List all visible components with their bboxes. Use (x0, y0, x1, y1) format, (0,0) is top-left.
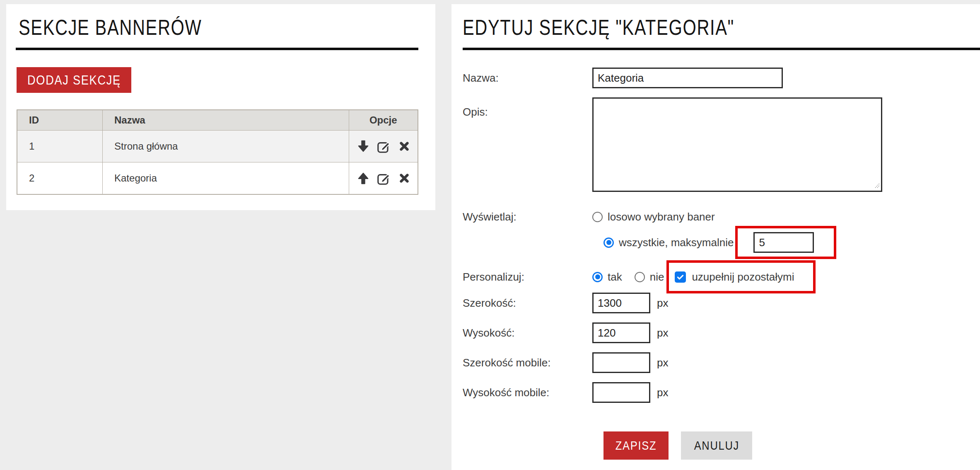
annotation-box-checkbox: uzupełnij pozostałymi (666, 260, 816, 293)
height-input[interactable] (592, 322, 650, 343)
delete-button[interactable] (398, 172, 410, 184)
radio-all-max-label[interactable]: wszystkie, maksymalnie (619, 236, 734, 249)
arrow-up-icon (356, 171, 370, 185)
fill-remaining-label[interactable]: uzupełnij pozostałymi (692, 271, 794, 283)
cancel-button[interactable]: ANULUJ (681, 431, 752, 460)
cancel-button-label: ANULUJ (694, 439, 739, 453)
personalize-label: Personalizuj: (463, 271, 592, 283)
column-header-name: Nazwa (103, 110, 349, 131)
description-field-row: Opis: (463, 97, 882, 195)
max-banners-input[interactable] (753, 232, 814, 253)
width-mobile-label: Szerokość mobile: (463, 356, 592, 369)
checkmark-icon (676, 273, 685, 281)
width-mobile-unit: px (657, 356, 668, 369)
table-header-row: ID Nazwa Opcje (17, 110, 418, 131)
radio-yes-label[interactable]: tak (608, 271, 622, 283)
name-input[interactable] (592, 68, 783, 88)
radio-yes[interactable] (592, 272, 603, 282)
edit-section-panel: EDYTUJ SEKCJĘ "KATEGORIA" Nazwa: Opis: W… (451, 4, 980, 470)
right-title-underline (463, 48, 980, 50)
width-unit: px (657, 297, 668, 310)
radio-no[interactable] (635, 272, 645, 282)
cell-options (349, 131, 418, 162)
width-input[interactable] (592, 293, 650, 313)
height-mobile-unit: px (657, 386, 668, 399)
add-section-button-label: DODAJ SEKCJĘ (27, 73, 121, 88)
column-header-id: ID (17, 110, 103, 131)
radio-random[interactable] (592, 212, 603, 222)
right-panel-title-text: EDYTUJ SEKCJĘ "KATEGORIA" (463, 15, 734, 40)
radio-option-no: nie (635, 271, 664, 283)
edit-icon (376, 170, 392, 186)
width-field-row: Szerokość: px (463, 293, 668, 313)
edit-button[interactable] (376, 138, 392, 154)
page-background: SEKCJE BANNERÓW DODAJ SEKCJĘ ID Nazwa Op… (0, 0, 980, 470)
fill-remaining-checkbox[interactable] (675, 271, 686, 283)
radio-all-max[interactable] (603, 237, 614, 248)
annotation-box-max-input (735, 226, 836, 259)
cell-options (349, 162, 418, 195)
height-mobile-label: Wysokość mobile: (463, 386, 592, 399)
width-label: Szerokość: (463, 297, 592, 310)
add-section-button[interactable]: DODAJ SEKCJĘ (17, 67, 131, 93)
display-field-row: Wyświetlaj: losowo wybrany baner (463, 209, 715, 224)
table-row: 1 Strona główna (17, 131, 418, 162)
move-up-button[interactable] (356, 171, 370, 185)
width-mobile-field-row: Szerokość mobile: px (463, 352, 668, 373)
width-mobile-input[interactable] (592, 352, 650, 373)
radio-random-label[interactable]: losowo wybrany baner (608, 211, 715, 223)
move-down-button[interactable] (356, 139, 370, 153)
delete-button[interactable] (398, 140, 410, 153)
display-label: Wyświetlaj: (463, 211, 592, 223)
height-mobile-input[interactable] (592, 382, 650, 403)
left-panel-title-text: SEKCJE BANNERÓW (19, 15, 202, 40)
description-label: Opis: (463, 97, 592, 119)
x-icon (398, 172, 410, 184)
radio-option-yes: tak (592, 271, 622, 283)
sections-table: ID Nazwa Opcje 1 Strona główna 2 (17, 109, 418, 195)
cell-name: Kategoria (103, 162, 349, 195)
radio-option-random: losowo wybrany baner (592, 211, 715, 223)
left-title-underline (16, 48, 418, 50)
radio-option-all: wszystkie, maksymalnie (603, 236, 734, 249)
height-mobile-field-row: Wysokość mobile: px (463, 382, 668, 403)
banner-sections-panel: SEKCJE BANNERÓW DODAJ SEKCJĘ ID Nazwa Op… (6, 4, 435, 210)
left-panel-title: SEKCJE BANNERÓW (19, 15, 248, 40)
form-buttons-row: ZAPISZ ANULUJ (603, 431, 752, 460)
column-header-options: Opcje (349, 110, 418, 131)
name-label: Nazwa: (463, 72, 592, 85)
display-max-row: wszystkie, maksymalnie (603, 226, 836, 259)
radio-no-label[interactable]: nie (650, 271, 664, 283)
height-label: Wysokość: (463, 327, 592, 339)
name-field-row: Nazwa: (463, 68, 783, 88)
cell-id: 1 (17, 131, 103, 162)
arrow-down-icon (356, 139, 370, 153)
height-field-row: Wysokość: px (463, 322, 668, 343)
edit-button[interactable] (376, 170, 392, 186)
description-textarea[interactable] (592, 97, 882, 192)
personalize-field-row: Personalizuj: tak nie uzupełnij pozostał… (463, 260, 816, 293)
right-panel-title: EDYTUJ SEKCJĘ "KATEGORIA" (463, 15, 802, 40)
description-textarea-wrap (592, 97, 882, 195)
table-row: 2 Kategoria (17, 162, 418, 195)
save-button-label: ZAPISZ (616, 439, 657, 453)
cell-id: 2 (17, 162, 103, 195)
height-unit: px (657, 327, 668, 339)
edit-icon (376, 138, 392, 154)
x-icon (398, 140, 410, 153)
save-button[interactable]: ZAPISZ (603, 431, 669, 460)
cell-name: Strona główna (103, 131, 349, 162)
